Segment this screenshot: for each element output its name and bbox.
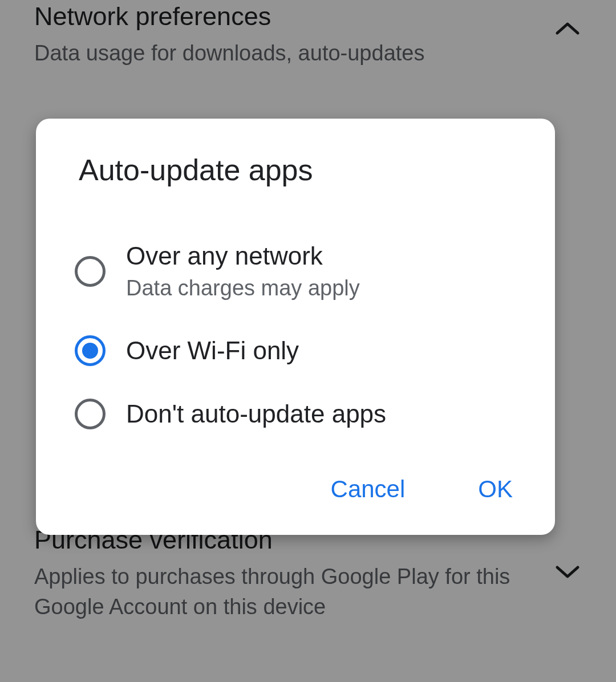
option-label: Over any network xyxy=(126,240,521,271)
option-label: Don't auto-update apps xyxy=(126,398,521,429)
dialog-buttons: Cancel OK xyxy=(36,462,555,535)
dialog-title: Auto-update apps xyxy=(36,119,555,204)
radio-icon xyxy=(75,335,106,366)
radio-icon xyxy=(75,399,106,429)
ok-button[interactable]: OK xyxy=(476,471,515,508)
dialog-options: Over any network Data charges may apply … xyxy=(36,204,555,451)
cancel-button[interactable]: Cancel xyxy=(329,471,408,508)
radio-icon xyxy=(75,256,106,287)
option-over-any-network[interactable]: Over any network Data charges may apply xyxy=(36,224,555,319)
option-dont-auto-update[interactable]: Don't auto-update apps xyxy=(36,382,555,445)
option-label: Over Wi-Fi only xyxy=(126,335,521,366)
auto-update-dialog: Auto-update apps Over any network Data c… xyxy=(36,119,555,535)
option-over-wifi-only[interactable]: Over Wi-Fi only xyxy=(36,319,555,382)
option-sublabel: Data charges may apply xyxy=(126,274,521,303)
